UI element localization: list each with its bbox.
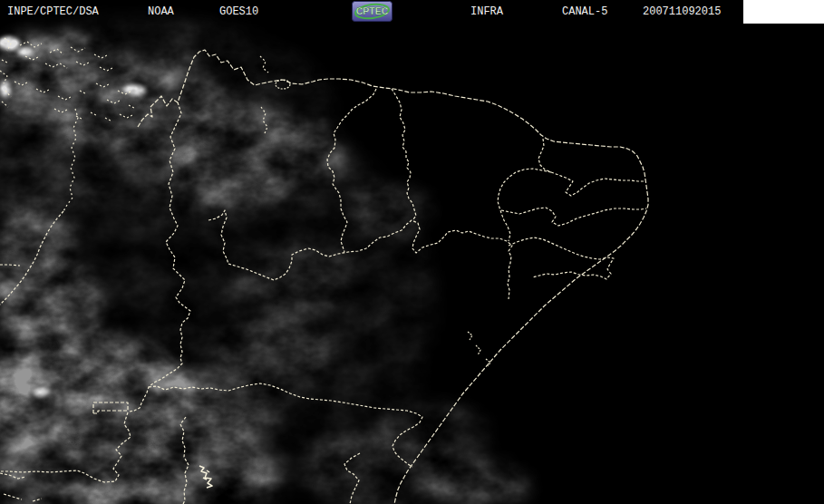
header-agency-label: NOAA xyxy=(148,5,174,18)
satellite-image-viewer: INPE/CPTEC/DSA NOAA GOES10 INFRA CANAL-5… xyxy=(0,0,824,504)
header-datetime-label: 200711092015 xyxy=(643,5,721,18)
header-org-label: INPE/CPTEC/DSA xyxy=(7,5,99,18)
header-band-label: INFRA xyxy=(470,5,503,18)
cptec-logo-text: CPTEC xyxy=(356,5,389,16)
header-channel-label: CANAL-5 xyxy=(562,5,607,18)
satellite-map xyxy=(0,0,824,504)
cptec-logo: CPTEC xyxy=(352,1,393,22)
header-satellite-label: GOES10 xyxy=(219,5,258,18)
blank-overlay-patch xyxy=(743,0,824,24)
